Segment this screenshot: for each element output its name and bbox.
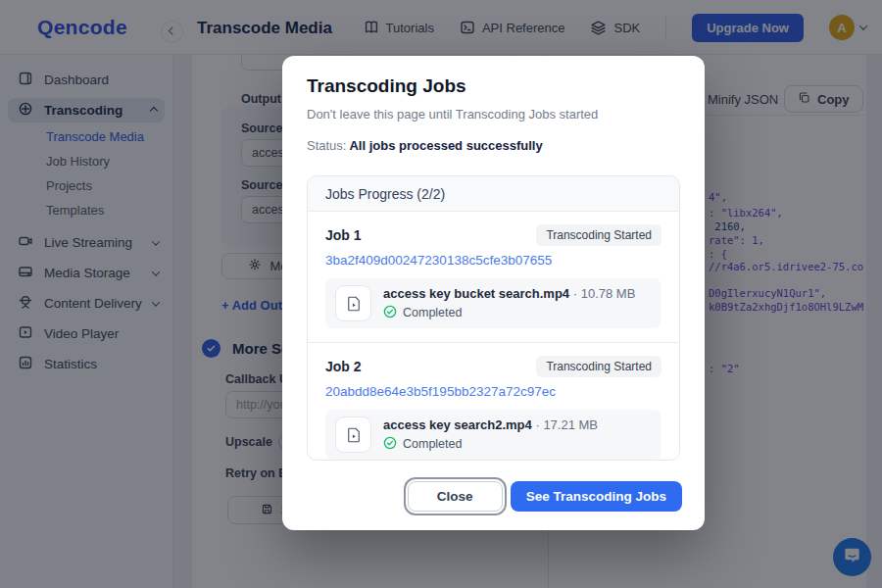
video-file-icon — [335, 285, 371, 321]
transcoding-jobs-modal: Transcoding Jobs Don't leave this page u… — [282, 56, 705, 530]
file-card: access key bucket search.mp4 · 10.78 MB … — [325, 278, 662, 328]
file-status: Completed — [403, 306, 462, 319]
jobs-progress-panel: Jobs Progress (2/2) Job 1 Transcoding St… — [307, 175, 680, 461]
file-card: access key search2.mp4 · 17.21 MB Comple… — [325, 410, 662, 460]
file-size: 17.21 MB — [543, 417, 598, 432]
modal-title: Transcoding Jobs — [307, 75, 466, 97]
file-name: access key search2.mp4 — [383, 417, 532, 432]
completed-check-icon — [383, 305, 397, 321]
see-transcoding-jobs-button[interactable]: See Transcoding Jobs — [511, 481, 682, 512]
close-button[interactable]: Close — [408, 481, 503, 512]
job-uuid-link[interactable]: 3ba2f409d00247230138c5cfe3b07655 — [325, 253, 662, 268]
status-label: Status: — [307, 138, 346, 153]
modal-subtitle: Don't leave this page until Transcoding … — [307, 107, 598, 122]
file-size: 10.78 MB — [581, 286, 636, 301]
video-file-icon — [335, 416, 371, 453]
jobs-progress-header: Jobs Progress (2/2) — [308, 176, 679, 212]
file-status: Completed — [403, 437, 462, 451]
app-root: Qencode Transcode Media Tutorials — [0, 0, 882, 588]
job-name: Job 1 — [325, 227, 362, 243]
job-row: Job 1 Transcoding Started 3ba2f409d00247… — [308, 212, 679, 342]
dot-separator: · — [535, 417, 539, 432]
dot-separator: · — [573, 286, 577, 301]
status-value: All jobs processed successfully — [349, 138, 542, 153]
status-badge: Transcoding Started — [536, 356, 662, 377]
job-name: Job 2 — [325, 359, 362, 374]
completed-check-icon — [383, 436, 397, 453]
job-row: Job 2 Transcoding Started 20abdd8e64e3b5… — [308, 342, 679, 461]
status-badge: Transcoding Started — [536, 224, 662, 246]
status-line: Status:All jobs processed successfully — [307, 138, 543, 153]
file-name: access key bucket search.mp4 — [383, 286, 569, 301]
job-uuid-link[interactable]: 20abdd8e64e3b5f195bb2327a72c97ec — [325, 384, 662, 399]
